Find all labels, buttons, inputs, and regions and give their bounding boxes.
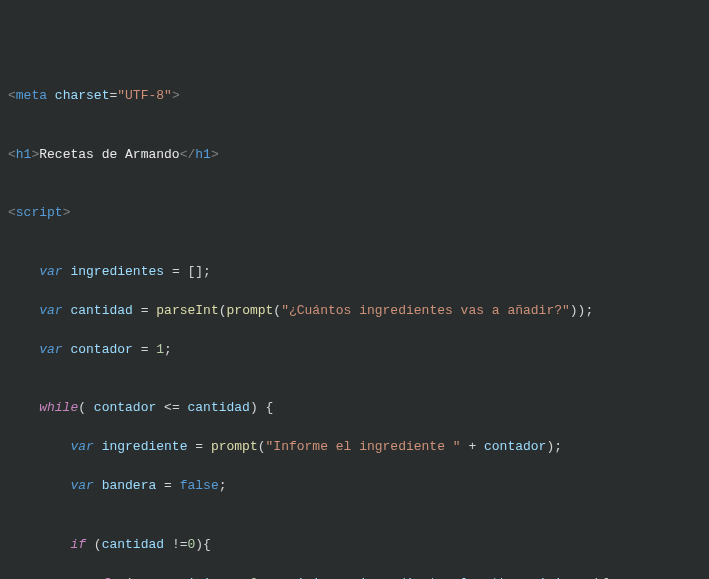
code-line: for(var posicion = 0; posicion < ingredi… bbox=[8, 574, 701, 580]
code-editor[interactable]: <meta charset="UTF-8"> <h1>Recetas de Ar… bbox=[8, 86, 701, 579]
code-line: <meta charset="UTF-8"> bbox=[8, 86, 701, 106]
code-line: var ingrediente = prompt("Informe el ing… bbox=[8, 437, 701, 457]
code-line: var bandera = false; bbox=[8, 476, 701, 496]
code-line: var contador = 1; bbox=[8, 340, 701, 360]
code-line: var cantidad = parseInt(prompt("¿Cuántos… bbox=[8, 301, 701, 321]
code-line: <h1>Recetas de Armando</h1> bbox=[8, 145, 701, 165]
code-line: <script> bbox=[8, 203, 701, 223]
code-line: if (cantidad !=0){ bbox=[8, 535, 701, 555]
code-line: var ingredientes = []; bbox=[8, 262, 701, 282]
code-line: while( contador <= cantidad) { bbox=[8, 398, 701, 418]
